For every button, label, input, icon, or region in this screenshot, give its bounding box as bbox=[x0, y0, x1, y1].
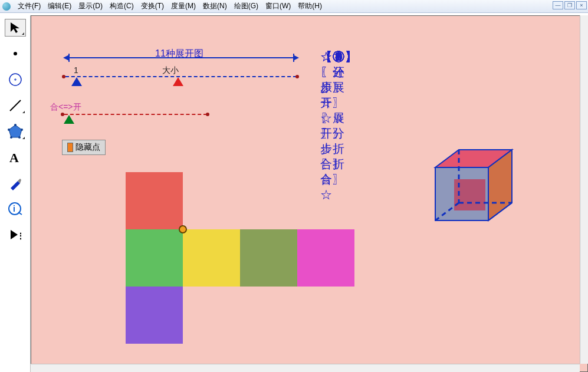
slider1-handle-red[interactable] bbox=[173, 77, 183, 86]
tool-polygon[interactable] bbox=[5, 123, 26, 140]
tool-arrow[interactable] bbox=[5, 19, 26, 37]
slider1-end-point[interactable] bbox=[295, 75, 299, 78]
svg-point-0 bbox=[14, 52, 17, 55]
svg-point-6 bbox=[14, 124, 17, 126]
net-face-1[interactable] bbox=[126, 229, 183, 287]
svg-text:i: i bbox=[13, 204, 15, 213]
tool-info[interactable]: i bbox=[5, 200, 26, 218]
menu-display[interactable]: 显示(D) bbox=[75, 0, 106, 12]
hide-points-button[interactable]: 隐藏点 bbox=[62, 140, 106, 155]
slider2-track[interactable] bbox=[64, 114, 207, 115]
svg-marker-5 bbox=[9, 125, 22, 137]
tool-marker[interactable] bbox=[5, 175, 26, 192]
app-icon bbox=[2, 2, 11, 11]
svg-point-9 bbox=[10, 136, 12, 139]
scrollbar-vertical[interactable] bbox=[580, 15, 588, 364]
menu-transform[interactable]: 变换(T) bbox=[137, 0, 167, 12]
slider2-handle[interactable] bbox=[64, 115, 74, 124]
menu-edit[interactable]: 编辑(E) bbox=[44, 0, 75, 12]
menu-bar: 文件(F) 编辑(E) 显示(D) 构造(C) 变换(T) 度量(M) 数据(N… bbox=[0, 0, 588, 13]
menu-help[interactable]: 帮助(H) bbox=[294, 0, 326, 12]
svg-point-7 bbox=[21, 129, 23, 131]
minimize-button[interactable]: — bbox=[553, 1, 563, 9]
menu-graph[interactable]: 绘图(G) bbox=[231, 0, 262, 12]
net-face-bottom[interactable] bbox=[126, 287, 183, 344]
sketch-canvas[interactable]: 11种展开图 1 大小 合<=>开 隐藏点 bbox=[31, 15, 588, 372]
link-actions-2[interactable]: ☆〖分步展开〗☆☆〖分步折合〗☆ bbox=[320, 49, 345, 187]
slider1-handle-blue[interactable] bbox=[71, 77, 82, 86]
tool-text[interactable]: A bbox=[5, 149, 26, 166]
net-pivot-point[interactable] bbox=[179, 225, 187, 233]
menu-construct[interactable]: 构造(C) bbox=[106, 0, 137, 12]
close-button[interactable]: × bbox=[576, 1, 587, 9]
tool-point[interactable] bbox=[5, 45, 26, 62]
net-face-4[interactable] bbox=[297, 229, 354, 287]
slider2-label: 合<=>开 bbox=[50, 102, 81, 113]
net-face-3[interactable] bbox=[240, 229, 297, 287]
slider1-mark-label: 1 bbox=[74, 65, 78, 75]
slider2-end-point[interactable] bbox=[206, 113, 209, 116]
menu-window[interactable]: 窗口(W) bbox=[262, 0, 294, 12]
scrollbar-horizontal[interactable] bbox=[31, 364, 580, 372]
menu-file[interactable]: 文件(F) bbox=[14, 0, 44, 12]
tick-right bbox=[293, 54, 294, 62]
menu-data[interactable]: 数据(N) bbox=[199, 0, 231, 12]
tool-circle[interactable] bbox=[5, 71, 26, 88]
net-face-top[interactable] bbox=[126, 172, 183, 229]
menu-measure[interactable]: 度量(M) bbox=[167, 0, 199, 12]
tick-left bbox=[68, 54, 70, 62]
maximize-button[interactable]: ❐ bbox=[564, 1, 575, 9]
slider1-title: 11种展开图 bbox=[155, 48, 203, 60]
svg-text:A: A bbox=[9, 150, 19, 164]
tool-palette: A i ⋮ bbox=[0, 15, 31, 372]
slider1-size-label: 大小 bbox=[162, 65, 179, 76]
svg-point-8 bbox=[18, 136, 21, 139]
tool-custom[interactable]: ⋮ bbox=[5, 226, 26, 244]
svg-point-10 bbox=[8, 129, 10, 131]
svg-line-4 bbox=[10, 100, 21, 111]
net-face-2[interactable] bbox=[183, 229, 240, 287]
tool-line[interactable] bbox=[5, 97, 26, 114]
